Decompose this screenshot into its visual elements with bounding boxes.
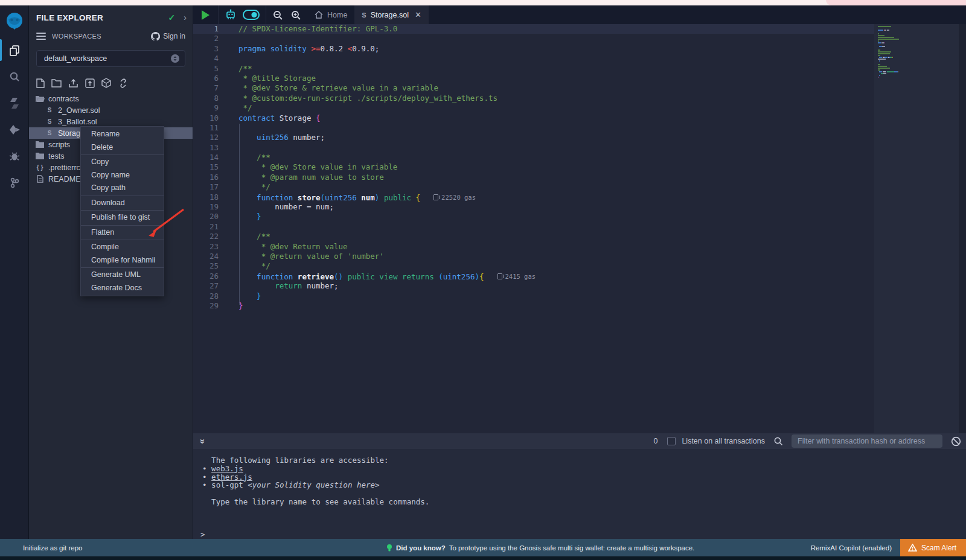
code-line-20: 20 } [193, 212, 874, 221]
context-menu-item-copy-path[interactable]: Copy path [81, 182, 164, 195]
copilot-toggle[interactable] [243, 10, 260, 20]
workspaces-label: WORKSPACES [52, 33, 151, 40]
git-branch-icon [10, 177, 19, 188]
close-tab-icon[interactable]: ✕ [415, 10, 421, 19]
context-menu-item-generate-docs[interactable]: Generate Docs [81, 282, 164, 295]
sidebar-item-search[interactable] [0, 63, 29, 90]
editor-tabbar: Home S Storage.sol ✕ [193, 5, 966, 24]
folder-open-icon [35, 95, 45, 103]
context-menu-item-flatten[interactable]: Flatten [81, 226, 164, 240]
copilot-status[interactable]: RemixAI Copilot (enabled) [811, 544, 892, 552]
check-icon: ✓ [168, 13, 176, 22]
ipfs-box-icon[interactable] [101, 78, 111, 88]
workspace-selected-value: default_workspace [44, 54, 170, 63]
context-menu-item-copy-name[interactable]: Copy name [81, 169, 164, 182]
terminal-search-icon[interactable] [773, 436, 783, 446]
indent-guide [239, 124, 240, 305]
tree-item-2-owner-sol[interactable]: S2_Owner.sol [29, 104, 193, 116]
code-line-24: 24 * @return value of 'number' [193, 252, 874, 261]
context-menu-item-publish-file-to-gist[interactable]: Publish file to gist [81, 211, 164, 224]
code-line-2: 2 [193, 34, 874, 43]
bug-icon [9, 151, 20, 162]
new-file-icon[interactable] [36, 78, 45, 88]
code-line-13: 13 [193, 143, 874, 153]
transaction-count: 0 [653, 437, 657, 445]
code-line-14: 14 /** [193, 153, 874, 162]
code-line-1: 1// SPDX-License-Identifier: GPL-3.0 [193, 24, 874, 34]
warning-icon [908, 544, 917, 552]
sidebar-item-deploy-and-run[interactable] [0, 116, 29, 143]
github-sign-in-button[interactable]: Sign in [151, 32, 185, 40]
remix-logo[interactable] [0, 5, 29, 37]
editor-scrollbar-gutter[interactable] [959, 24, 966, 433]
code-line-6: 6 * @title Storage [193, 74, 874, 83]
code-line-4: 4 [193, 54, 874, 63]
code-line-26: 26 function retrieve() public view retur… [193, 272, 874, 281]
zoom-out-icon[interactable] [272, 10, 283, 21]
code-line-10: 10contract Storage { [193, 113, 874, 123]
tab-storage-label: Storage.sol [371, 11, 409, 19]
tree-item-contracts[interactable]: contracts [29, 93, 193, 104]
terminal-output[interactable]: The following libraries are accessible: … [193, 449, 966, 539]
context-menu-item-delete[interactable]: Delete [81, 141, 164, 154]
sidebar-item-debugger[interactable] [0, 143, 29, 170]
new-folder-icon[interactable] [51, 78, 62, 88]
context-menu-item-compile-for-nahmii[interactable]: Compile for Nahmii [81, 254, 164, 267]
terminal-prompt[interactable]: > [200, 530, 205, 539]
browser-chrome-artifact-pink [826, 0, 966, 5]
did-you-know-tip: Did you know? To prototype using the Gno… [386, 544, 694, 552]
folder-icon [35, 153, 45, 159]
chevron-right-icon[interactable]: › [184, 13, 187, 22]
file-tree-toolbar [29, 72, 193, 92]
context-menu-item-generate-uml[interactable]: Generate UML [81, 269, 164, 282]
context-menu-item-download[interactable]: Download [81, 197, 164, 210]
gas-estimate: 22520 gas [433, 192, 476, 202]
workspaces-menu-icon[interactable] [36, 31, 46, 42]
code-line-19: 19 number = num; [193, 202, 874, 212]
gas-pump-icon [433, 194, 438, 200]
code-line-17: 17 */ [193, 182, 874, 192]
upload-folder-icon[interactable] [85, 78, 95, 88]
terminal-collapse-icon[interactable]: » [198, 439, 208, 444]
context-menu-item-compile[interactable]: Compile [81, 241, 164, 254]
run-script-button[interactable] [202, 10, 210, 20]
remixai-robot-icon[interactable] [225, 9, 237, 21]
code-line-12: 12 uint256 number; [193, 133, 874, 142]
transaction-filter-input[interactable] [792, 434, 942, 448]
sidebar-item-file-explorer[interactable] [0, 37, 29, 63]
clear-console-icon[interactable] [951, 436, 961, 447]
braces-icon: { } [35, 164, 45, 171]
deploy-icon [9, 124, 21, 135]
context-menu-item-rename[interactable]: Rename [81, 128, 164, 141]
code-line-11: 11 [193, 123, 874, 133]
sidebar-item-solidity-compiler[interactable] [0, 90, 29, 116]
git-init-button[interactable]: Initialize as git repo [0, 544, 82, 552]
scam-alert-button[interactable]: Scam Alert [900, 539, 966, 556]
terminal-link[interactable]: web3.js [211, 464, 243, 473]
link-icon[interactable] [118, 78, 129, 88]
file-icon [35, 175, 45, 183]
gas-estimate: 2415 gas [497, 272, 536, 281]
tab-home[interactable]: Home [307, 5, 354, 24]
context-menu-item-copy[interactable]: Copy [81, 156, 164, 169]
lightbulb-icon [386, 544, 392, 552]
workspace-select[interactable]: default_workspace [36, 50, 185, 67]
listen-transactions-checkbox[interactable] [667, 437, 676, 445]
tab-home-label: Home [327, 11, 347, 19]
solidity-file-icon: S [362, 11, 366, 19]
sidebar-item-git[interactable] [0, 170, 29, 196]
zoom-in-icon[interactable] [290, 10, 301, 21]
solidity-icon [10, 98, 19, 109]
gas-pump-icon [497, 273, 502, 279]
github-icon [151, 32, 160, 40]
code-line-18: 18 function store(uint256 num) public {2… [193, 192, 874, 202]
code-editor[interactable]: 1// SPDX-License-Identifier: GPL-3.023pr… [193, 24, 874, 433]
tab-storage-sol[interactable]: S Storage.sol ✕ [354, 5, 428, 24]
solidity-icon: S [45, 118, 54, 125]
code-line-8: 8 * @custom:dev-run-script ./scripts/dep… [193, 94, 874, 103]
code-line-25: 25 */ [193, 261, 874, 271]
minimap[interactable] [874, 24, 959, 433]
terminal-link[interactable]: ethers.js [211, 472, 252, 482]
code-line-21: 21 [193, 222, 874, 232]
upload-file-icon[interactable] [68, 78, 78, 88]
